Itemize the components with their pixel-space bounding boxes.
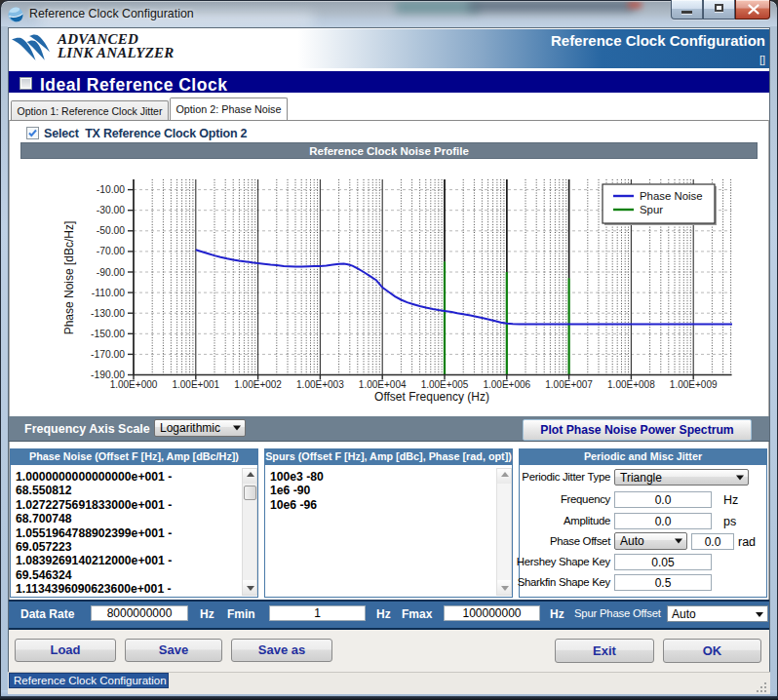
svg-text:1.00E+002: 1.00E+002 <box>234 379 282 390</box>
svg-text:-90.00: -90.00 <box>97 267 125 278</box>
svg-text:Phase Noise: Phase Noise <box>640 190 703 202</box>
svg-text:Offset Frequency (Hz): Offset Frequency (Hz) <box>374 390 489 404</box>
svg-text:-10.00: -10.00 <box>97 184 125 195</box>
svg-text:1.00E+009: 1.00E+009 <box>670 379 718 390</box>
svg-text:-70.00: -70.00 <box>97 246 125 256</box>
svg-text:Spur: Spur <box>640 204 663 215</box>
svg-text:-110.00: -110.00 <box>92 288 125 298</box>
svg-text:-30.00: -30.00 <box>97 205 125 215</box>
svg-text:-170.00: -170.00 <box>91 349 125 360</box>
svg-text:Phase Noise [dBc/Hz]: Phase Noise [dBc/Hz] <box>62 221 76 335</box>
svg-text:-50.00: -50.00 <box>97 225 125 236</box>
svg-text:-150.00: -150.00 <box>91 329 125 339</box>
svg-text:1.00E+006: 1.00E+006 <box>483 379 530 390</box>
svg-text:1.00E+001: 1.00E+001 <box>172 379 219 390</box>
svg-text:1.00E+000: 1.00E+000 <box>110 379 158 390</box>
svg-text:1.00E+003: 1.00E+003 <box>296 379 344 390</box>
svg-text:1.00E+007: 1.00E+007 <box>545 379 593 390</box>
svg-text:1.00E+008: 1.00E+008 <box>607 379 655 390</box>
svg-text:-130.00: -130.00 <box>91 308 125 319</box>
